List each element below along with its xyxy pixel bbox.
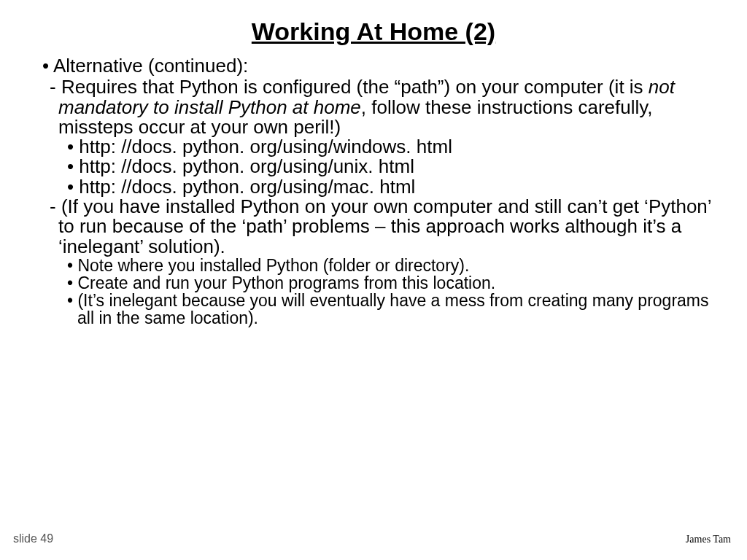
bullet-alternative-text: Alternative (continued): xyxy=(53,55,248,77)
slide-body: Alternative (continued): Requires that P… xyxy=(0,46,747,327)
author-name: James Tam xyxy=(686,534,731,545)
note-create-text: Create and run your Python programs from… xyxy=(77,273,495,292)
bullet-inelegant-text: (If you have installed Python on your ow… xyxy=(58,195,711,257)
note-where: Note where you installed Python (folder … xyxy=(42,257,718,274)
note-create: Create and run your Python programs from… xyxy=(42,274,718,292)
link-windows: http: //docs. python. org/using/windows.… xyxy=(42,137,718,157)
slide-number: slide 49 xyxy=(13,532,53,545)
link-mac-text: http: //docs. python. org/using/mac. htm… xyxy=(79,176,415,198)
note-where-text: Note where you installed Python (folder … xyxy=(77,256,469,275)
bullet-requires: Requires that Python is configured (the … xyxy=(42,77,718,137)
req-part-a: Requires that Python is configured (the … xyxy=(61,76,649,98)
bullet-inelegant: (If you have installed Python on your ow… xyxy=(42,197,718,257)
note-mess: (It’s inelegant because you will eventua… xyxy=(42,292,718,327)
link-unix-text: http: //docs. python. org/using/unix. ht… xyxy=(79,155,414,177)
link-mac: http: //docs. python. org/using/mac. htm… xyxy=(42,177,718,197)
link-unix: http: //docs. python. org/using/unix. ht… xyxy=(42,157,718,176)
note-mess-text: (It’s inelegant because you will eventua… xyxy=(77,291,709,327)
slide: Working At Home (2) Alternative (continu… xyxy=(0,0,747,560)
link-windows-text: http: //docs. python. org/using/windows.… xyxy=(79,136,452,158)
bullet-alternative: Alternative (continued): xyxy=(42,56,718,76)
slide-title: Working At Home (2) xyxy=(0,0,747,46)
